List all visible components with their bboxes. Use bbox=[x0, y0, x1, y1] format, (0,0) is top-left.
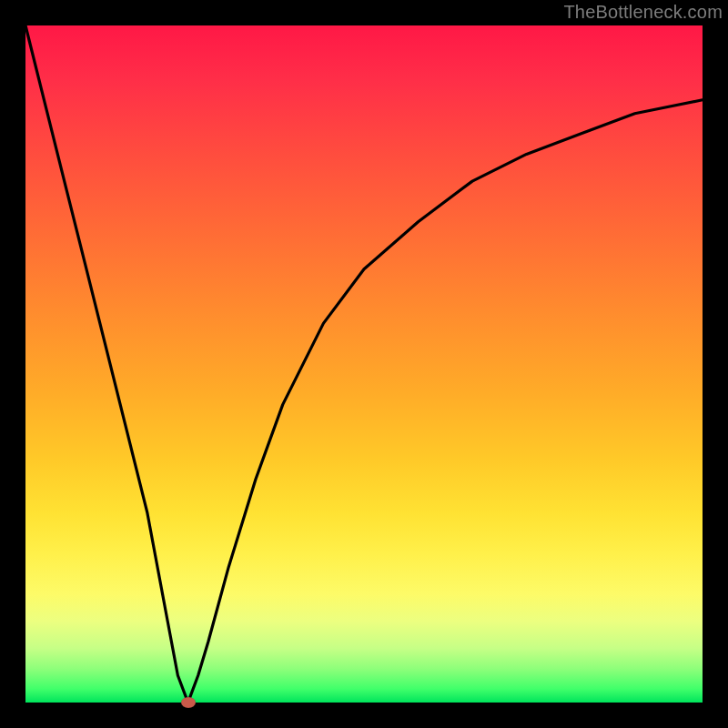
curve-path bbox=[25, 25, 703, 703]
bottleneck-curve bbox=[25, 25, 703, 703]
optimum-marker bbox=[181, 697, 196, 708]
plot-area bbox=[25, 25, 703, 703]
chart-frame: TheBottleneck.com bbox=[0, 0, 728, 728]
watermark-text: TheBottleneck.com bbox=[563, 2, 723, 23]
